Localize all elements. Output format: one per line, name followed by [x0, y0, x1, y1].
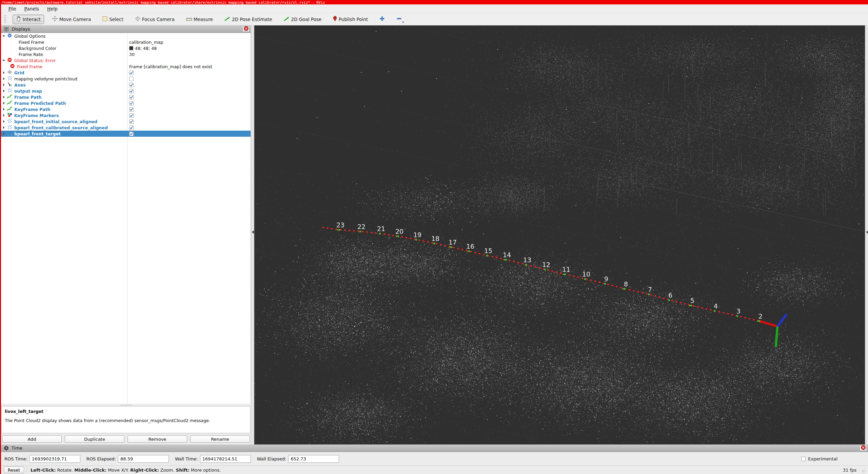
markers-icon	[7, 113, 12, 118]
experimental-toggle: Experimental	[801, 456, 837, 461]
tool-button-2d-pose-estimate[interactable]: 2D Pose Estimate	[221, 15, 275, 24]
tool-button-measure[interactable]: Measure	[183, 15, 216, 24]
collapse-arrow-icon[interactable]	[1, 114, 6, 117]
pointcloud-icon	[7, 76, 12, 81]
enabled-checkbox[interactable]	[129, 71, 134, 75]
tool-button-minus-icon[interactable]	[393, 15, 408, 24]
enabled-checkbox[interactable]	[129, 107, 134, 112]
display-row-bpearl-front-initial-source-aligned[interactable]: bpearl_front_initial_source_aligned	[1, 118, 251, 125]
wall-elapsed-input[interactable]	[288, 455, 339, 463]
collapse-arrow-icon[interactable]	[1, 126, 6, 129]
display-row-background-color[interactable]: Background Color48; 48; 48	[1, 45, 251, 51]
duplicate-button[interactable]: Duplicate	[65, 435, 124, 443]
enabled-checkbox[interactable]	[129, 132, 134, 136]
collapse-arrow-icon[interactable]	[1, 83, 6, 86]
display-row-mapping-velodyne-pointcloud[interactable]: mapping velodyne pointcloud	[1, 76, 251, 82]
ros-time-input[interactable]	[29, 455, 80, 463]
display-row-fixed-frame[interactable]: Fixed FrameFrame [calibration_map] does …	[1, 63, 251, 70]
expand-arrow-icon[interactable]	[1, 35, 6, 37]
display-row-frame-rate[interactable]: Frame Rate30	[1, 51, 251, 57]
property-value[interactable]: calibration_map	[129, 40, 163, 45]
enabled-checkbox[interactable]	[129, 95, 134, 99]
status-bar: Reset Left-Click: Rotate. Middle-Click: …	[1, 466, 868, 474]
collapse-left-icon[interactable]	[252, 230, 254, 234]
display-row-frame-predicted-path[interactable]: Frame Predicted Path	[1, 100, 251, 106]
expand-arrow-icon[interactable]	[1, 60, 6, 61]
tool-button-2d-goal-pose[interactable]: 2D Goal Pose	[280, 15, 325, 24]
displays-panel: Displays Global OptionsFixed Framecalibr…	[1, 25, 251, 444]
tool-button-move-camera[interactable]: Move Camera	[49, 15, 94, 24]
display-row-label: Axes	[14, 82, 26, 88]
tool-button-plus-icon[interactable]	[376, 15, 388, 24]
display-row-output-map[interactable]: output map	[1, 88, 251, 94]
collapse-arrow-icon[interactable]	[1, 120, 6, 123]
display-row-grid[interactable]: Grid	[1, 70, 251, 76]
menu-item-file[interactable]: File	[4, 5, 20, 13]
display-row-global-options[interactable]: Global Options	[1, 33, 251, 39]
enabled-checkbox[interactable]	[129, 83, 134, 87]
enabled-checkbox[interactable]	[129, 89, 134, 93]
experimental-checkbox[interactable]	[801, 457, 806, 461]
plus-icon	[379, 16, 385, 22]
collapse-arrow-icon[interactable]	[1, 96, 6, 98]
resize-grip-icon[interactable]	[862, 470, 865, 473]
time-close-button[interactable]	[860, 445, 867, 451]
enabled-checkbox[interactable]	[129, 77, 134, 81]
add-button[interactable]: Add	[2, 435, 62, 443]
fps-counter: 31 fps	[843, 468, 856, 473]
collapse-arrow-icon[interactable]	[1, 108, 6, 111]
menu-item-panels[interactable]: Panels	[20, 5, 43, 13]
enabled-checkbox[interactable]	[129, 101, 134, 106]
wall-time-input[interactable]	[200, 455, 251, 463]
panel-viewport-splitter[interactable]	[251, 25, 254, 444]
time-field-label: Wall Time:	[175, 456, 198, 461]
display-description-panel: livox_left_target The Point Cloud2 displ…	[1, 406, 251, 433]
property-value[interactable]: 48; 48; 48	[135, 46, 157, 51]
window-title-bar[interactable]: /home/ismet/projects/autoware.tutorial_v…	[0, 0, 868, 4]
tool-label: Publish Point	[339, 17, 368, 22]
pose-arrow-icon	[224, 16, 230, 22]
enabled-checkbox[interactable]	[129, 119, 134, 124]
display-row-label: bpearl_front_calibrated_source_aligned	[14, 125, 108, 130]
ros-elapsed-input[interactable]	[118, 455, 169, 463]
tool-button-select[interactable]: Select	[99, 15, 127, 24]
display-row-global-status-error[interactable]: Global Status: Error	[1, 57, 251, 63]
collapse-arrow-icon[interactable]	[1, 77, 6, 80]
display-row-keyframe-markers[interactable]: KeyFrame Markers	[1, 112, 251, 118]
collapse-arrow-icon[interactable]	[1, 132, 6, 135]
display-row-bpearl-front-calibrated-source-aligned[interactable]: bpearl_front_calibrated_source_aligned	[1, 125, 251, 131]
collapse-arrow-icon[interactable]	[1, 90, 6, 92]
menu-item-help[interactable]: Help	[43, 5, 62, 13]
tool-button-publish-point[interactable]: Publish Point	[330, 15, 371, 24]
tool-label: Move Camera	[59, 17, 91, 22]
right-dock-strip[interactable]	[865, 25, 868, 444]
3d-viewport[interactable]	[254, 25, 865, 444]
reset-button[interactable]: Reset	[4, 467, 24, 473]
displays-close-button[interactable]	[242, 26, 250, 32]
tree-description-splitter[interactable]	[1, 404, 251, 406]
statusbar-separator	[27, 467, 27, 473]
display-row-axes[interactable]: Axes	[1, 82, 251, 88]
display-row-label: Frame Path	[14, 95, 41, 100]
property-value[interactable]: 30	[129, 52, 135, 57]
tool-label: 2D Pose Estimate	[232, 17, 272, 22]
display-row-frame-path[interactable]: Frame Path	[1, 94, 251, 100]
collapse-right-icon[interactable]	[866, 230, 868, 234]
collapse-arrow-icon[interactable]	[1, 102, 6, 105]
toolbar-drag-handle-icon[interactable]	[4, 15, 6, 24]
property-value[interactable]: Frame [calibration_map] does not exist	[129, 64, 212, 69]
tool-button-focus-camera[interactable]: Focus Camera	[132, 15, 178, 24]
description-title: livox_left_target	[5, 409, 247, 414]
enabled-checkbox[interactable]	[129, 113, 134, 118]
display-row-label: bpearl_front_initial_source_aligned	[14, 119, 97, 124]
display-row-label: Global Status: Error	[14, 58, 56, 63]
collapse-arrow-icon[interactable]	[1, 71, 6, 74]
rename-button[interactable]: Rename	[190, 435, 250, 443]
remove-button[interactable]: Remove	[127, 435, 187, 443]
display-row-keyframe-path[interactable]: KeyFrame Path	[1, 106, 251, 112]
tool-button-interact[interactable]: Interact	[13, 15, 44, 24]
enabled-checkbox[interactable]	[129, 126, 134, 130]
display-row-bpearl-front-target[interactable]: bpearl_front_target	[1, 131, 251, 137]
display-row-fixed-frame[interactable]: Fixed Framecalibration_map	[1, 39, 251, 45]
color-swatch[interactable]	[129, 46, 133, 50]
